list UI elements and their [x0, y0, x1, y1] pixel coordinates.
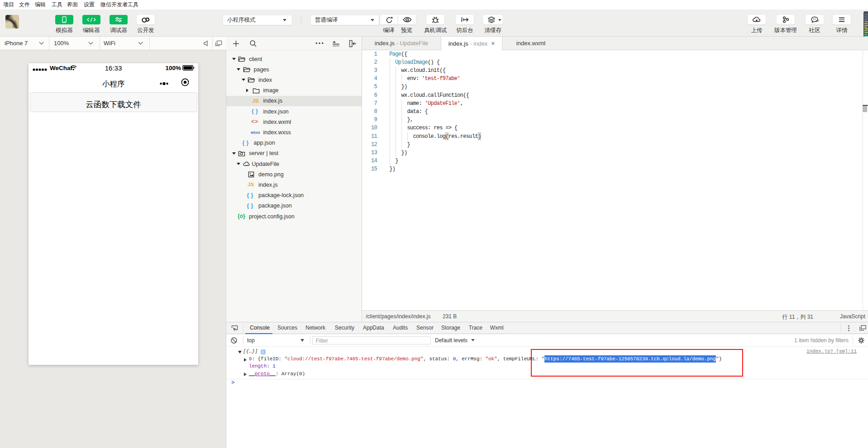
svg-text:</>: </>	[816, 19, 819, 22]
